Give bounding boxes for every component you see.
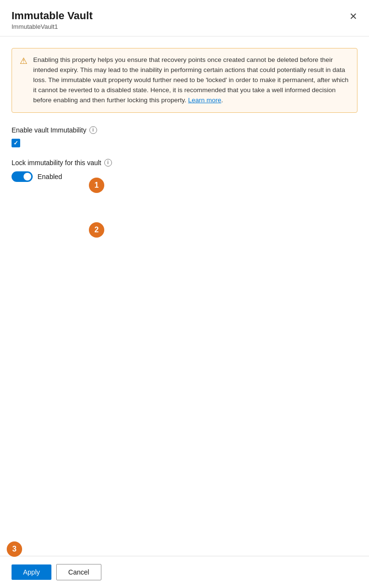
checkbox-check-icon: ✓ [13,140,18,146]
step-badge-2: 2 [89,222,104,238]
panel-title: Immutable Vault [12,10,357,22]
lock-immutability-info-icon[interactable]: i [104,159,112,167]
lock-immutability-label: Lock immutability for this vault [12,159,101,167]
enable-immutability-checkbox-container: ✓ [12,139,357,147]
lock-immutability-section: Lock immutability for this vault i Enabl… [12,159,357,182]
toggle-knob [24,173,31,180]
enable-immutability-label: Enable vault Immutability [12,126,86,134]
enable-immutability-checkbox[interactable]: ✓ [12,139,20,147]
enable-immutability-label-row: Enable vault Immutability i [12,126,357,134]
warning-icon: ⚠ [20,56,27,66]
panel-content: ⚠ Enabling this property helps you ensur… [0,36,369,588]
lock-immutability-toggle[interactable] [12,171,33,182]
warning-text: Enabling this property helps you ensure … [33,55,349,106]
step-badge-1: 1 [89,178,104,193]
enable-immutability-section: Enable vault Immutability i ✓ [12,126,357,147]
panel-header: Immutable Vault ImmutableVault1 ✕ [0,0,369,36]
panel-subtitle: ImmutableVault1 [12,23,357,30]
immutable-vault-panel: Immutable Vault ImmutableVault1 ✕ ⚠ Enab… [0,0,369,588]
lock-immutability-label-row: Lock immutability for this vault i [12,159,357,167]
learn-more-link[interactable]: Learn more [188,96,221,104]
apply-button[interactable]: Apply [12,564,51,580]
warning-banner: ⚠ Enabling this property helps you ensur… [12,48,357,113]
lock-toggle-label: Enabled [37,173,62,180]
enable-immutability-info-icon[interactable]: i [89,126,97,134]
lock-toggle-row: Enabled [12,171,357,182]
cancel-button[interactable]: Cancel [56,564,101,580]
panel-footer: Apply Cancel [0,556,369,588]
close-button[interactable]: ✕ [347,10,359,23]
step-badge-3: 3 [7,541,22,557]
